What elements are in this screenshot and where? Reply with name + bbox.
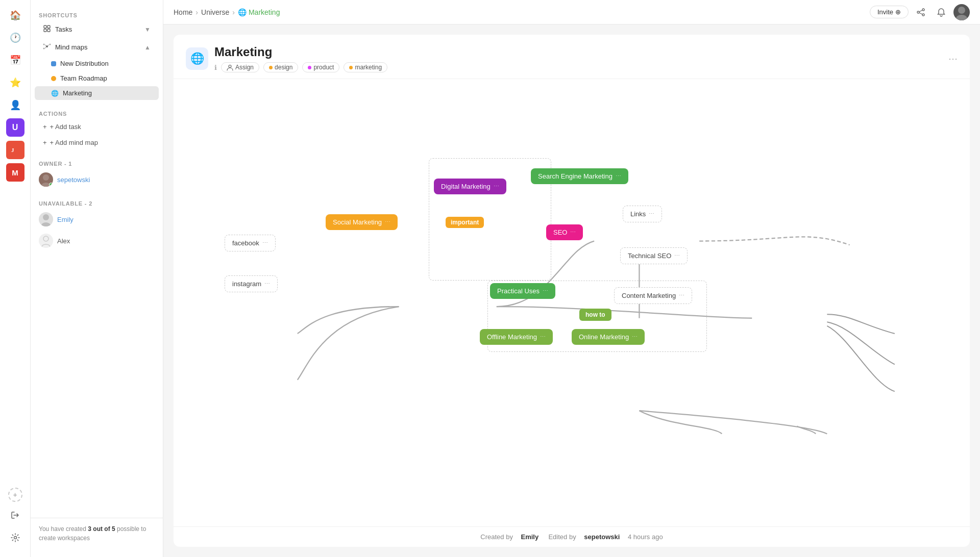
emily-avatar: [39, 212, 53, 226]
workspace-footer: You have created 3 out of 5 possible to …: [31, 518, 163, 549]
left-sidebar: SHORTCUTS Tasks ▼ Mind maps ▲ New Distri…: [31, 0, 163, 557]
node-technical-seo[interactable]: Technical SEO ⋯: [620, 247, 688, 264]
assign-label: Assign: [235, 64, 254, 71]
topbar: Home › Universe › 🌐 Marketing Invite ⊕: [163, 0, 980, 24]
node-offline-marketing[interactable]: Offline Marketing ⋯: [480, 329, 553, 345]
settings-icon-btn[interactable]: [6, 528, 24, 547]
footer-count: 3 out of 5: [88, 525, 115, 533]
calendar-icon-btn[interactable]: 📅: [6, 51, 24, 69]
created-by-name: Emily: [521, 533, 539, 541]
tag-product[interactable]: product: [302, 62, 339, 72]
svg-point-20: [917, 11, 919, 13]
sm-label: Social Marketing: [333, 218, 382, 226]
cm-dots-icon: ⋯: [679, 292, 684, 299]
svg-point-13: [43, 174, 49, 181]
shortcuts-label: SHORTCUTS: [31, 8, 163, 20]
sm-dots-icon: ⋯: [385, 219, 390, 225]
workspace-u-btn[interactable]: U: [6, 118, 24, 137]
m-icon-btn[interactable]: M: [6, 163, 24, 182]
tag-marketing-label: marketing: [355, 64, 382, 71]
add-task-btn[interactable]: + + Add task: [35, 119, 159, 134]
user-avatar-topbar[interactable]: [953, 4, 970, 20]
breadcrumb-marketing[interactable]: 🌐 Marketing: [238, 8, 280, 16]
svg-text:J: J: [11, 147, 14, 153]
home-icon-btn[interactable]: 🏠: [6, 6, 24, 24]
created-by-label: Created by: [480, 533, 513, 541]
node-social-marketing[interactable]: Social Marketing ⋯: [326, 214, 398, 230]
svg-point-6: [46, 45, 48, 47]
svg-rect-2: [44, 26, 46, 28]
invite-button[interactable]: Invite ⊕: [870, 6, 909, 18]
marketing-globe-icon: 🌐: [51, 90, 59, 97]
edited-by-label: Edited by: [548, 533, 576, 541]
mindmap-globe-icon: 🌐: [186, 47, 208, 70]
mindmap-header: 🌐 Marketing ℹ Assign design: [174, 35, 970, 79]
add-mindmap-icon: +: [43, 139, 47, 146]
unavailable-emily: Emily: [31, 209, 163, 230]
bell-icon-btn[interactable]: [933, 4, 949, 20]
svg-point-8: [43, 48, 45, 49]
main-area: Home › Universe › 🌐 Marketing Invite ⊕: [163, 0, 980, 557]
instagram-label: instagram: [232, 280, 261, 288]
node-links[interactable]: Links ⋯: [623, 206, 662, 222]
node-important[interactable]: important: [446, 217, 484, 228]
node-content-marketing[interactable]: Content Marketing ⋯: [614, 287, 692, 304]
node-seo[interactable]: SEO ⋯: [546, 224, 583, 240]
svg-rect-3: [47, 26, 50, 28]
assign-btn[interactable]: Assign: [221, 62, 259, 72]
share-icon-btn[interactable]: [913, 4, 929, 20]
svg-line-11: [45, 47, 46, 48]
svg-point-7: [43, 44, 45, 45]
content-area: 🌐 Marketing ℹ Assign design: [163, 24, 980, 557]
node-how-to[interactable]: how to: [579, 309, 611, 321]
node-instagram[interactable]: instagram ⋯: [225, 275, 278, 292]
svg-rect-5: [47, 29, 50, 32]
page-title: Marketing: [214, 45, 942, 59]
facebook-label: facebook: [232, 239, 259, 247]
svg-point-9: [50, 44, 51, 45]
add-mindmap-btn[interactable]: + + Add mind map: [35, 135, 159, 150]
om-dots-icon: ⋯: [540, 334, 546, 340]
info-icon[interactable]: ℹ: [214, 64, 217, 71]
add-workspace-btn[interactable]: +: [8, 488, 22, 502]
breadcrumb-universe[interactable]: Universe: [201, 8, 229, 16]
sidebar-item-mindmaps[interactable]: Mind maps ▲: [35, 39, 159, 56]
node-digital-marketing[interactable]: Digital Marketing ⋯: [434, 179, 506, 194]
marketing-label: Marketing: [63, 89, 92, 97]
svg-line-10: [45, 45, 46, 46]
tasks-label: Tasks: [55, 26, 140, 33]
mindmap-footer: Created by Emily Edited by sepetowski 4 …: [174, 526, 970, 547]
sidebar-item-new-distribution[interactable]: New Distribution: [35, 57, 159, 70]
user-icon-btn[interactable]: 👤: [6, 96, 24, 114]
online-indicator: [49, 183, 53, 187]
mindmap-options-btn[interactable]: ⋯: [948, 53, 958, 64]
cm-label: Content Marketing: [622, 292, 676, 299]
node-practical-uses[interactable]: Practical Uses ⋯: [490, 283, 555, 299]
clock-icon-btn[interactable]: 🕐: [6, 29, 24, 47]
unavailable-label: UNAVAILABLE - 2: [31, 196, 163, 209]
tag-marketing[interactable]: marketing: [344, 62, 387, 72]
node-search-engine-marketing[interactable]: Search Engine Marketing ⋯: [531, 168, 628, 184]
actions-label: ACTIONS: [31, 107, 163, 119]
dm-label: Digital Marketing: [441, 183, 491, 190]
sidebar-item-tasks[interactable]: Tasks ▼: [35, 21, 159, 38]
star-icon-btn[interactable]: ⭐: [6, 73, 24, 92]
alex-avatar: [39, 234, 53, 248]
tseo-label: Technical SEO: [628, 252, 671, 260]
owner-name: sepetowski: [57, 176, 90, 184]
tag-design[interactable]: design: [263, 62, 298, 72]
add-task-label: + Add task: [50, 123, 81, 131]
java-icon-btn[interactable]: J: [6, 141, 24, 159]
sidebar-item-marketing[interactable]: 🌐 Marketing: [35, 86, 159, 100]
svg-line-12: [48, 45, 49, 46]
logout-icon-btn[interactable]: [6, 506, 24, 524]
sidebar-item-team-roadmap[interactable]: Team Roadmap: [35, 71, 159, 85]
tag-product-label: product: [313, 64, 334, 71]
unavailable-alex: Alex: [31, 230, 163, 251]
node-online-marketing[interactable]: Online Marketing ⋯: [572, 329, 645, 345]
breadcrumb-home[interactable]: Home: [174, 8, 192, 16]
node-facebook[interactable]: facebook ⋯: [225, 235, 276, 251]
marketing-tag-dot: [349, 66, 353, 69]
owner-label: OWNER - 1: [31, 157, 163, 169]
edited-time: 4 hours ago: [628, 533, 663, 541]
